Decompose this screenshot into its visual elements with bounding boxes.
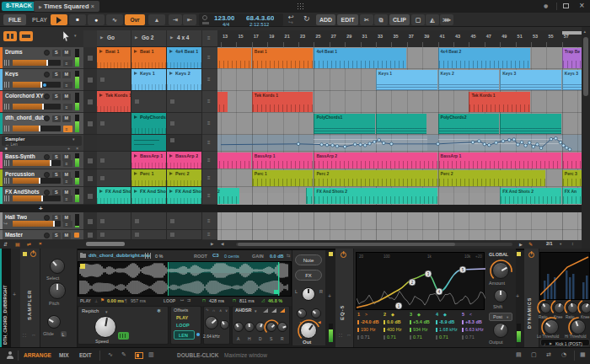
pen-tool-icon[interactable]: ✎	[121, 351, 126, 358]
eq-band-freq-5[interactable]: 6.63 kHz	[465, 327, 484, 332]
arranger-view-button[interactable]	[19, 31, 33, 41]
volume-fader-handle[interactable]	[39, 178, 40, 184]
record-arm-button[interactable]	[44, 94, 50, 99]
clip-stop-cell[interactable]	[83, 230, 97, 240]
track-clear-icon[interactable]: ×	[39, 241, 42, 246]
track-menu-button[interactable]: ≡	[63, 126, 72, 132]
punch-out-button[interactable]: ⇤	[183, 14, 196, 25]
loop-mode2-icon[interactable]: ⇉	[187, 297, 190, 302]
crossfade-value[interactable]: 46.8 %	[268, 298, 282, 303]
duplicate-icon[interactable]: ⧉	[374, 14, 388, 25]
device-track-strip[interactable]: DTH_CHORD_DUBBRIGHT	[0, 249, 11, 347]
volume-fader-handle[interactable]	[40, 82, 42, 88]
song-time[interactable]: 2:12.512	[249, 22, 269, 27]
browser-panel-icon[interactable]: ▤	[516, 351, 522, 358]
solo-button[interactable]: S	[52, 72, 61, 78]
scene-row-menu[interactable]: ≡	[202, 113, 217, 135]
filter-freq-knob[interactable]	[205, 316, 218, 329]
filter-shape4-icon[interactable]: ∨	[225, 308, 228, 313]
scene-row-menu[interactable]: ≡	[202, 152, 217, 169]
device3-select-indicator[interactable]	[517, 252, 521, 256]
launcher-cell[interactable]	[97, 230, 131, 240]
lane-star-icon[interactable]: ★	[4, 146, 8, 151]
panel-tab-mix[interactable]: MIX	[59, 352, 69, 358]
stop-button[interactable]: ■	[69, 14, 86, 25]
sampler-remote-icon[interactable]: ∷	[23, 332, 26, 338]
launcher-cell[interactable]: FX And Sho...	[97, 187, 131, 205]
track-sort-icon[interactable]: ⇵	[3, 241, 8, 247]
filter-shape3-icon[interactable]: ∧	[219, 308, 222, 313]
clip-stop-cell[interactable]	[83, 47, 97, 69]
punch-in-button[interactable]: ⇥	[169, 14, 182, 25]
note-tab[interactable]: Note	[295, 254, 322, 265]
scene-row-menu[interactable]: ≡	[202, 230, 217, 240]
arranger-clip[interactable]: Perc 1	[252, 170, 314, 186]
arranger-hscroll[interactable]	[236, 243, 512, 246]
notification-dot-icon[interactable]: ●	[544, 3, 548, 8]
record-arm-button[interactable]	[44, 190, 50, 195]
arranger-clip[interactable]: Keys 1	[376, 70, 437, 90]
lane-remove-icon[interactable]: ×	[76, 146, 78, 151]
launcher-cell[interactable]	[97, 69, 131, 91]
add-button[interactable]: ADD	[316, 14, 335, 25]
launcher-cell[interactable]	[97, 113, 131, 135]
eq-band-shape-icon-2[interactable]: ◆	[391, 312, 394, 317]
eq-display[interactable]: 12345201001k10k+20	[356, 252, 485, 310]
consolidate-icon[interactable]: ▢	[411, 14, 425, 25]
track-header-Master[interactable]: MasterSM	[0, 230, 83, 240]
eq-remote-icon[interactable]: ∷	[339, 332, 342, 338]
arranger-clip[interactable]: 4x4 Beat 2	[438, 48, 530, 68]
arranger[interactable]: Beat 14x4 Beat 14x4 Beat 2Trap BeKeys 1K…	[217, 47, 582, 249]
record-button[interactable]: ●	[88, 14, 105, 25]
track-menu-button[interactable]: ≡	[63, 178, 72, 185]
send1-knob[interactable]	[297, 308, 307, 318]
scene-row-menu[interactable]: ≡	[202, 212, 217, 230]
eq-post-selector[interactable]: Post▾	[489, 313, 512, 321]
launcher-cell[interactable]: 4x4 Beat 1	[167, 47, 202, 69]
sample-io-icon[interactable]: ⇆	[287, 253, 291, 258]
scene-row-menu[interactable]: ≡	[202, 69, 217, 91]
launcher-cell[interactable]: Perc 2	[167, 169, 202, 187]
launcher-cell[interactable]: Tek Kords 1	[97, 91, 131, 113]
sample-start-value[interactable]: 0.00 ms	[107, 298, 124, 303]
launcher-cell[interactable]	[131, 212, 167, 230]
clip-stop-cell[interactable]	[83, 187, 97, 205]
arranger-clip[interactable]: 4x4 Beat 1	[314, 48, 405, 68]
solo-button[interactable]: S	[52, 233, 61, 239]
arranger-clip[interactable]: Keys 2	[438, 70, 500, 90]
offset-loop-item[interactable]: LOOP	[176, 323, 190, 328]
fx-tab[interactable]: FX	[295, 270, 322, 281]
eq-band-freq-4[interactable]: 1.68 kHz	[439, 327, 458, 332]
redo-icon[interactable]: ↪	[288, 19, 293, 26]
arranger-clip[interactable]: FX And Shots 2	[500, 188, 561, 204]
eq-band-number-5[interactable]: 5	[462, 312, 464, 317]
launcher-cell[interactable]	[131, 91, 167, 113]
record-arm-button[interactable]	[44, 172, 50, 178]
launcher-cell[interactable]	[131, 230, 167, 240]
track-header-FX AndShots[interactable]: FX AndShotsSM≡	[0, 187, 83, 205]
arranger-clip[interactable]: Perc 2	[314, 170, 437, 186]
time-signature[interactable]: 4/4	[223, 22, 229, 27]
insert-device-icon[interactable]: +	[13, 292, 16, 297]
arranger-clip[interactable]	[217, 92, 228, 112]
eq-band-number-4[interactable]: 4	[436, 312, 438, 317]
insert-between-icon[interactable]: +	[328, 293, 331, 299]
scene-header-1[interactable]: ▶Go	[97, 30, 131, 47]
arranger-clip[interactable]	[562, 153, 582, 169]
scene-header-3[interactable]: ▶4 x 4	[167, 30, 202, 47]
arranger-clip[interactable]: PolyChords1	[314, 114, 375, 134]
sampler-expand-icon[interactable]: ↔	[31, 332, 36, 337]
add-track-button[interactable]: +	[39, 205, 43, 212]
arranger-clip[interactable]: BassArp 1	[252, 153, 314, 169]
gain-value[interactable]: 0.0 dB	[270, 254, 284, 259]
volume-fader[interactable]	[13, 104, 61, 110]
clip-stop-cell[interactable]	[83, 169, 97, 187]
dynamics-device-header[interactable]: DYNAMICS	[524, 249, 539, 347]
eq-band-q-4[interactable]: 0.71	[439, 335, 448, 340]
envelope-shape-icon-2[interactable]	[271, 308, 276, 313]
eq-band-number-3[interactable]: 3	[410, 312, 412, 317]
track-menu-button[interactable]: ≡	[63, 195, 72, 202]
mute-button[interactable]: M	[62, 50, 71, 56]
eq-band-q-3[interactable]: 0.71	[413, 335, 422, 340]
loop-icon[interactable]: ↻	[303, 14, 310, 23]
